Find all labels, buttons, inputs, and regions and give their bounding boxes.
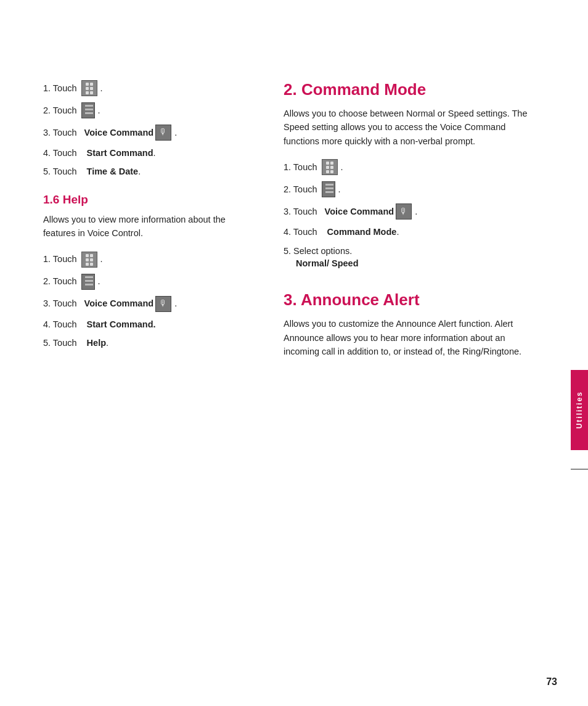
sidebar-tab-text: Utilities: [575, 391, 584, 429]
cmd-step-5: 5. Select options. Normal/ Speed: [284, 245, 542, 276]
section-2-body: Allows you to choose between Normal or S…: [284, 107, 542, 148]
cmd-step2-label: 2. Touch: [284, 183, 317, 195]
doc-icon-3: [322, 181, 335, 197]
steps-list-top: 1. Touch . 2. Touch . 3. Touch Voice Com…: [43, 80, 240, 178]
step-5: 5. Touch Time & Date .: [43, 165, 240, 178]
help-step1-label: 1. Touch: [43, 253, 77, 265]
step-4: 4. Touch Start Command .: [43, 147, 240, 159]
help-step3-label: 3. Touch: [43, 297, 77, 310]
section-16: 1.6 Help Allows you to view more informa…: [43, 193, 240, 240]
voice-icon-3: [396, 203, 412, 220]
section-3-body: Allows you to customize the Announce Ale…: [284, 317, 542, 358]
step-3: 3. Touch Voice Command .: [43, 125, 240, 141]
help-step4-label: 4. Touch: [43, 318, 77, 330]
cmd-step-1: 1. Touch .: [284, 159, 542, 175]
section-2: 2. Command Mode Allows you to choose bet…: [284, 80, 542, 148]
cmd-step3-bold: Voice Command: [325, 205, 394, 218]
section-2-heading: 2. Command Mode: [284, 80, 542, 99]
help-step2-label: 2. Touch: [43, 275, 77, 287]
cmd-step-2: 2. Touch .: [284, 181, 542, 197]
sidebar-line: [571, 469, 588, 470]
page-number: 73: [546, 676, 557, 688]
page: 1. Touch . 2. Touch . 3. Touch Voice Com…: [0, 0, 588, 706]
cmd-step1-label: 1. Touch: [284, 161, 317, 173]
cmd-step5-label: 5. Select options.: [284, 245, 352, 257]
help-step-2: 2. Touch .: [43, 274, 240, 290]
grid-icon-3: [322, 159, 338, 175]
step4-label: 4. Touch: [43, 147, 77, 159]
help-step-3: 3. Touch Voice Command .: [43, 296, 240, 312]
help-step5-bold: Help: [87, 337, 106, 349]
cmd-step4-label: 4. Touch: [284, 226, 317, 238]
section-3-heading: 3. Announce Alert: [284, 290, 542, 310]
cmd-step3-label: 3. Touch: [284, 205, 317, 218]
utilities-sidebar-tab: Utilities: [571, 370, 588, 450]
cmd-step-4: 4. Touch Command Mode .: [284, 226, 542, 238]
step-1: 1. Touch .: [43, 80, 240, 96]
help-step4-bold: Start Command.: [87, 318, 156, 330]
help-step-4: 4. Touch Start Command.: [43, 318, 240, 330]
step5-label: 5. Touch: [43, 165, 77, 178]
step3-bold: Voice Command: [84, 126, 154, 139]
section-16-body: Allows you to view more information abou…: [43, 213, 240, 240]
step5-bold: Time & Date: [87, 165, 139, 178]
step1-label: 1. Touch: [43, 82, 77, 94]
section-16-heading: 1.6 Help: [43, 193, 240, 207]
help-step5-label: 5. Touch: [43, 337, 77, 349]
help-steps-list: 1. Touch . 2. Touch . 3. Touch Voice Com…: [43, 252, 240, 350]
help-step-1: 1. Touch .: [43, 252, 240, 268]
right-column: 2. Command Mode Allows you to choose bet…: [265, 0, 561, 706]
step4-bold: Start Command: [87, 147, 153, 159]
voice-icon-2: [155, 296, 171, 312]
doc-icon-2: [81, 274, 95, 290]
cmd-step4-bold: Command Mode: [327, 226, 397, 238]
cmd-step-3: 3. Touch Voice Command .: [284, 203, 542, 220]
step2-label: 2. Touch: [43, 104, 77, 117]
left-column: 1. Touch . 2. Touch . 3. Touch Voice Com…: [0, 0, 265, 706]
step3-label: 3. Touch: [43, 126, 77, 139]
help-step3-bold: Voice Command: [84, 297, 154, 310]
step-2: 2. Touch .: [43, 102, 240, 118]
grid-icon-2: [81, 252, 97, 268]
help-step-5: 5. Touch Help .: [43, 337, 240, 349]
cmd-steps-list: 1. Touch . 2. Touch . 3. Touch Voice Com…: [284, 159, 542, 276]
voice-icon-1: [155, 125, 171, 141]
doc-icon-1: [81, 102, 95, 118]
section-3: 3. Announce Alert Allows you to customiz…: [284, 290, 542, 358]
cmd-step5-bold: Normal/ Speed: [296, 257, 359, 269]
grid-icon-1: [81, 80, 97, 96]
